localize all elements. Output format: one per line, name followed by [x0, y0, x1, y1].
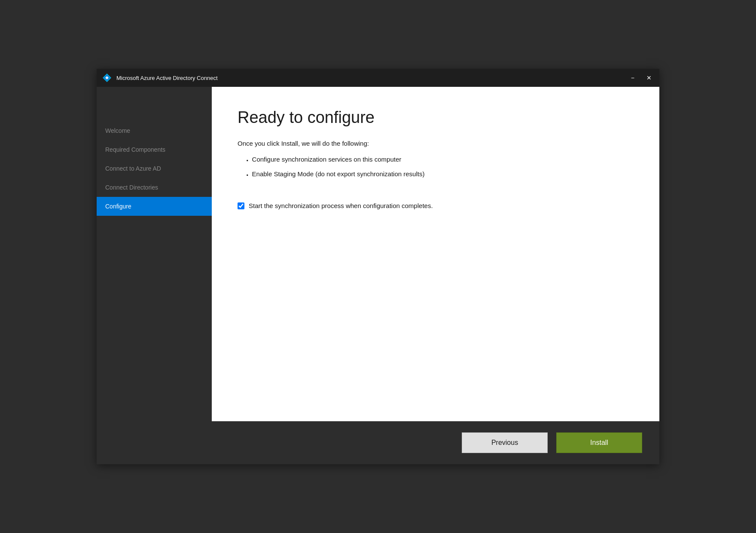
app-logo	[102, 73, 112, 83]
sidebar-item-connect-azure-ad: Connect to Azure AD	[97, 159, 212, 178]
bullet-item-1: Configure synchronization services on th…	[246, 156, 634, 165]
sidebar: Welcome Required Components Connect to A…	[97, 87, 212, 421]
sidebar-item-required-components: Required Components	[97, 140, 212, 159]
page-title: Ready to configure	[238, 108, 634, 127]
sidebar-item-configure[interactable]: Configure	[97, 197, 212, 216]
sidebar-item-welcome: Welcome	[97, 121, 212, 140]
window-controls: − ✕	[628, 74, 654, 82]
sync-checkbox-label[interactable]: Start the synchronization process when c…	[249, 202, 433, 209]
title-bar: Microsoft Azure Active Directory Connect…	[97, 69, 659, 87]
footer-bar: Previous Install	[97, 421, 659, 464]
previous-button[interactable]: Previous	[462, 432, 548, 453]
main-window: Microsoft Azure Active Directory Connect…	[97, 69, 659, 464]
main-content: Ready to configure Once you click Instal…	[212, 87, 659, 421]
install-button[interactable]: Install	[556, 432, 642, 453]
sync-checkbox[interactable]	[238, 202, 244, 209]
description-text: Once you click Install, we will do the f…	[238, 140, 634, 147]
window-body: Welcome Required Components Connect to A…	[97, 87, 659, 421]
bullet-list: Configure synchronization services on th…	[246, 156, 634, 185]
minimize-button[interactable]: −	[628, 74, 637, 82]
close-button[interactable]: ✕	[644, 74, 654, 82]
sync-checkbox-row: Start the synchronization process when c…	[238, 202, 634, 209]
bullet-item-2: Enable Staging Mode (do not export synch…	[246, 170, 634, 180]
sidebar-item-connect-directories: Connect Directories	[97, 178, 212, 197]
window-title: Microsoft Azure Active Directory Connect	[116, 75, 628, 81]
